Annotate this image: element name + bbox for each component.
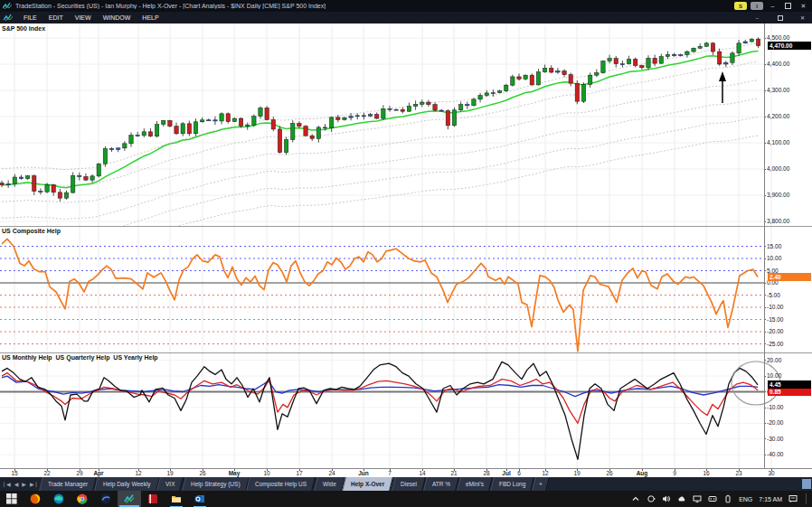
time-axis-label: 23 <box>735 470 741 476</box>
menu-item-window[interactable]: WINDOW <box>103 14 131 21</box>
tab-scroll-first-button[interactable]: ❘◀ <box>0 477 13 491</box>
start-button[interactable] <box>0 491 24 507</box>
menu-item-view[interactable]: VIEW <box>75 14 91 21</box>
price-pane-label: S&P 500 Index <box>2 25 45 32</box>
tab-label: eMini's <box>466 481 484 487</box>
tradestation-logo-icon <box>3 2 12 10</box>
swirl-app-icon[interactable] <box>94 491 118 507</box>
time-axis-label: May <box>229 470 241 476</box>
tab-help-x-over[interactable]: Help X-Over <box>342 477 393 491</box>
menu-app-icon <box>4 14 13 22</box>
axis-tick-label: -5.00 <box>764 292 780 298</box>
time-axis-label: Apr <box>93 470 103 476</box>
time-axis-label: 19 <box>166 470 173 476</box>
price-pane-chart[interactable] <box>0 23 812 226</box>
time-axis-label: 15 <box>11 470 17 476</box>
tab-fbd-long[interactable]: FBD Long <box>490 477 534 491</box>
tab-vix[interactable]: VIX <box>157 477 184 491</box>
tab-diesel[interactable]: Diesel <box>392 477 426 491</box>
tab-label: Wide <box>323 481 336 487</box>
time-axis-label: 7 <box>388 470 392 476</box>
status-badge-s[interactable]: S <box>734 2 747 10</box>
time-axis-label: 6 <box>517 470 521 476</box>
axis-divider[interactable] <box>764 23 765 477</box>
sync-icon[interactable] <box>647 494 656 503</box>
axis-tick-label: -10.00 <box>764 404 783 410</box>
composite-pane-label: US Composite Help <box>2 228 61 234</box>
pane-separator[interactable] <box>0 226 812 227</box>
monthly-value-box: 4.45 <box>768 380 811 389</box>
tab-scroll-next-button[interactable]: ▶ <box>20 477 28 491</box>
helpers-pane-chart[interactable] <box>0 352 812 468</box>
last-price-box: 4,470.00 <box>768 42 811 50</box>
display-icon[interactable] <box>693 494 702 503</box>
tab-label: Help X-Over <box>351 481 384 487</box>
edge-icon[interactable] <box>47 491 71 507</box>
tab-wide[interactable]: Wide <box>314 477 345 491</box>
axis-tick-label: -20.00 <box>764 328 783 334</box>
time-axis-label: Jul <box>502 470 510 476</box>
time-axis: 152229Apr121926May101724Jun7142128Jul612… <box>0 468 812 477</box>
axis-tick-label: 4,400.00 <box>764 61 789 67</box>
tradestation-icon[interactable] <box>118 491 141 507</box>
firefox-icon[interactable] <box>24 491 47 507</box>
time-axis-label: 9 <box>673 470 676 476</box>
time-axis-label: 14 <box>419 470 425 476</box>
red-app-icon[interactable] <box>141 491 165 507</box>
time-axis-label: 17 <box>296 470 302 476</box>
time-axis-label: 28 <box>483 470 489 476</box>
clock[interactable]: 7:15 AM <box>759 496 782 502</box>
tab-emini-s[interactable]: eMini's <box>457 477 493 491</box>
battery-icon[interactable] <box>723 494 732 503</box>
quarterly-value-box: 0.85 <box>768 389 811 396</box>
language-indicator[interactable]: ENG <box>739 496 752 502</box>
drive-icon[interactable] <box>708 494 717 503</box>
chrome-icon[interactable] <box>71 491 94 507</box>
tab-composite-help-us[interactable]: Composite Help US <box>247 477 316 491</box>
add-tab-button[interactable]: + <box>532 477 550 491</box>
menu-item-help[interactable]: HELP <box>142 14 158 21</box>
tab-scrollbar-thumb[interactable] <box>802 479 811 489</box>
time-axis-label: 24 <box>328 470 335 476</box>
tab-atr-[interactable]: ATR % <box>423 477 459 491</box>
tab-scroll-prev-button[interactable]: ◀ <box>13 477 21 491</box>
outlook-icon[interactable] <box>188 491 212 507</box>
tab-label: VIX <box>165 481 175 487</box>
menu-items: FILEEDITVIEWWINDOWHELP <box>24 14 159 21</box>
child-minimize-button[interactable]: – <box>751 14 763 23</box>
show-desktop-divider[interactable] <box>806 493 807 504</box>
tab-trade-manager[interactable]: Trade Manager <box>39 477 97 491</box>
status-badge-i[interactable]: I <box>751 2 763 10</box>
minimize-button[interactable]: – <box>767 2 779 11</box>
workspace-tab-bar: ❘◀◀▶▶❘Trade ManagerHelp Daily WeeklyVIXH… <box>0 477 812 491</box>
tab-help-strategy-us-[interactable]: Help Strategy (US) <box>182 477 249 491</box>
time-axis-label: 12 <box>542 470 548 476</box>
composite-pane-chart[interactable] <box>0 226 812 352</box>
child-restore-button[interactable] <box>774 14 786 23</box>
time-axis-label: 26 <box>199 470 205 476</box>
axis-tick-label: 20.00 <box>764 357 781 363</box>
menu-item-edit[interactable]: EDIT <box>49 14 63 21</box>
time-axis-label: 30 <box>768 470 774 476</box>
cloud-icon[interactable] <box>677 494 686 503</box>
chevron-up-icon[interactable] <box>631 494 640 503</box>
tab-help-daily-weekly[interactable]: Help Daily Weekly <box>94 477 159 491</box>
screen: { "title_bar": { "app_title": "TradeStat… <box>0 0 812 507</box>
file-explorer-icon[interactable] <box>165 491 188 507</box>
tab-label: Help Strategy (US) <box>191 481 241 487</box>
yearly-help-label: US Yearly Help <box>113 354 157 361</box>
axis-tick-label: 3,900.00 <box>764 192 789 198</box>
pane-separator[interactable] <box>0 352 812 353</box>
restore-button[interactable] <box>782 2 794 11</box>
notification-icon[interactable] <box>788 494 798 503</box>
menu-item-file[interactable]: FILE <box>24 14 37 21</box>
child-close-button[interactable]: ✕ <box>797 14 808 23</box>
tab-label: ATR % <box>432 481 450 487</box>
tab-label: Diesel <box>401 481 417 487</box>
tab-label: Trade Manager <box>48 481 88 487</box>
axis-tick-label: -30.00 <box>764 436 783 442</box>
speaker-icon[interactable] <box>662 494 671 503</box>
axis-tick-label: 4,100.00 <box>764 139 789 146</box>
time-axis-label: Jun <box>358 470 369 476</box>
close-button[interactable]: ✕ <box>798 2 809 11</box>
